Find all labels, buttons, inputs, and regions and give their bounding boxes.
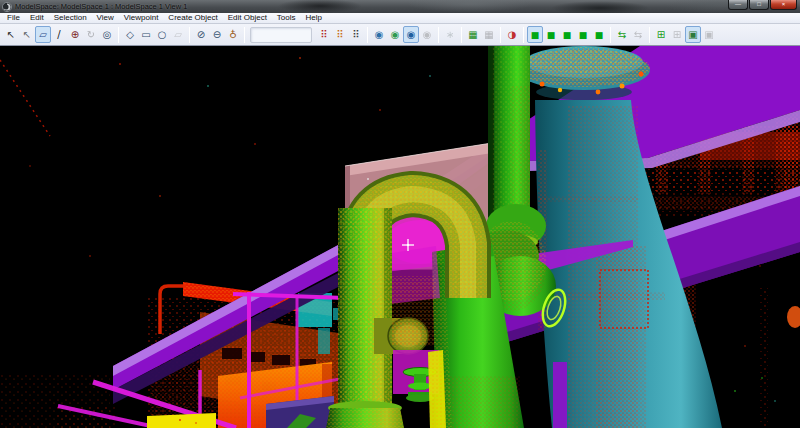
- toolbar-group-5: ∗: [441, 26, 459, 43]
- menu-bar: FileEditSelectionViewViewpointCreate Obj…: [0, 13, 800, 24]
- toolbar: ↖↖▱/⊕↻◎◇▭○▱⊘⊖♁⠿⠿⠿◉◉◉◉∗▦▦◑■■■■■⇆⇆⊞⊞▣▣: [0, 24, 800, 46]
- menu-item-create-object[interactable]: Create Object: [163, 13, 222, 23]
- fence-select-icon[interactable]: ▱: [35, 26, 51, 43]
- cloud-color-map-icon[interactable]: ⠿: [316, 26, 332, 43]
- toolbar-group-9: ⇆⇆: [613, 26, 647, 43]
- minimize-button[interactable]: —: [728, 0, 748, 10]
- modelspace-viewport[interactable]: [0, 46, 800, 428]
- app-icon: [2, 2, 12, 12]
- menu-item-help[interactable]: Help: [301, 13, 327, 23]
- toolbar-separator: [438, 27, 439, 43]
- point-density-grid-icon[interactable]: ▦: [465, 26, 481, 43]
- multi-select-arrow-icon[interactable]: ↖: [19, 26, 35, 43]
- point-cloud-scene: [0, 46, 800, 428]
- close-button[interactable]: ×: [770, 0, 797, 10]
- regenerate-cloud-icon[interactable]: ∗: [442, 26, 458, 43]
- capture-image-icon[interactable]: ▣: [685, 26, 701, 43]
- menu-item-file[interactable]: File: [2, 13, 25, 23]
- fence-polygon-icon[interactable]: ◇: [122, 26, 138, 43]
- toolbar-separator: [189, 27, 190, 43]
- menu-item-edit-object[interactable]: Edit Object: [223, 13, 272, 23]
- select-arrow-icon[interactable]: ↖: [3, 26, 19, 43]
- orbit-tool-icon[interactable]: ◎: [99, 26, 115, 43]
- point-size-4-icon[interactable]: ■: [575, 26, 591, 43]
- toolbar-group-10: ⊞⊞▣▣: [652, 26, 718, 43]
- sync-database-icon[interactable]: ⇆: [630, 26, 646, 43]
- draw-line-icon[interactable]: /: [51, 26, 67, 43]
- point-size-5-icon[interactable]: ■: [591, 26, 607, 43]
- menu-item-viewpoint[interactable]: Viewpoint: [119, 13, 164, 23]
- view-all-clouds-icon[interactable]: ◉: [371, 26, 387, 43]
- toolbar-empty-field: [250, 27, 312, 43]
- point-density-alt-icon[interactable]: ▦: [481, 26, 497, 43]
- toolbar-separator: [610, 27, 611, 43]
- toolbar-group-0: ↖↖▱/⊕↻◎: [2, 26, 116, 43]
- menu-item-tools[interactable]: Tools: [272, 13, 301, 23]
- hide-outside-fence-icon[interactable]: ⊖: [209, 26, 225, 43]
- toolbar-group-4: ◉◉◉◉: [370, 26, 436, 43]
- maximize-button[interactable]: □: [749, 0, 769, 10]
- view-hidden-points-icon[interactable]: ◉: [419, 26, 435, 43]
- pan-tool-icon[interactable]: ⊕: [67, 26, 83, 43]
- menu-item-view[interactable]: View: [92, 13, 119, 23]
- refresh-point-cloud-icon[interactable]: ◑: [504, 26, 520, 43]
- toolbar-separator: [523, 27, 524, 43]
- rotate-tool-icon[interactable]: ↻: [83, 26, 99, 43]
- toolbar-separator: [118, 27, 119, 43]
- cloud-rgb-map-icon[interactable]: ⠿: [332, 26, 348, 43]
- window-controls: —□×: [728, 0, 797, 10]
- toolbar-group-8: ■■■■■: [526, 26, 608, 43]
- hide-inside-fence-icon[interactable]: ⊘: [193, 26, 209, 43]
- window-title: ModelSpace: ModelSpace 1 : ModelSpace 1 …: [15, 2, 187, 11]
- point-size-1-icon[interactable]: ■: [527, 26, 543, 43]
- fence-circle-icon[interactable]: ○: [154, 26, 170, 43]
- toolbar-group-7: ◑: [503, 26, 521, 43]
- menu-item-edit[interactable]: Edit: [25, 13, 49, 23]
- fence-clear-icon[interactable]: ▱: [170, 26, 186, 43]
- application-window: ModelSpace: ModelSpace 1 : ModelSpace 1 …: [0, 0, 800, 428]
- point-size-2-icon[interactable]: ■: [543, 26, 559, 43]
- copy-viewpoint-icon[interactable]: ⊞: [653, 26, 669, 43]
- toolbar-separator: [649, 27, 650, 43]
- menu-item-selection[interactable]: Selection: [49, 13, 92, 23]
- toolbar-separator: [367, 27, 368, 43]
- point-size-3-icon[interactable]: ■: [559, 26, 575, 43]
- view-mode-current-icon[interactable]: ◉: [403, 26, 419, 43]
- toolbar-group-3: ⠿⠿⠿: [315, 26, 365, 43]
- scanner-position-icon[interactable]: ♁: [225, 26, 241, 43]
- toolbar-group-1: ◇▭○▱: [121, 26, 187, 43]
- capture-image-alt-icon[interactable]: ▣: [701, 26, 717, 43]
- update-database-icon[interactable]: ⇆: [614, 26, 630, 43]
- toolbar-separator: [500, 27, 501, 43]
- cloud-intensity-map-icon[interactable]: ⠿: [348, 26, 364, 43]
- fence-rectangle-icon[interactable]: ▭: [138, 26, 154, 43]
- title-bar[interactable]: ModelSpace: ModelSpace 1 : ModelSpace 1 …: [0, 0, 800, 13]
- view-selected-cloud-icon[interactable]: ◉: [387, 26, 403, 43]
- toolbar-separator: [244, 27, 245, 43]
- toolbar-group-6: ▦▦: [464, 26, 498, 43]
- toolbar-separator: [461, 27, 462, 43]
- toolbar-group-2: ⊘⊖♁: [192, 26, 242, 43]
- paste-viewpoint-icon[interactable]: ⊞: [669, 26, 685, 43]
